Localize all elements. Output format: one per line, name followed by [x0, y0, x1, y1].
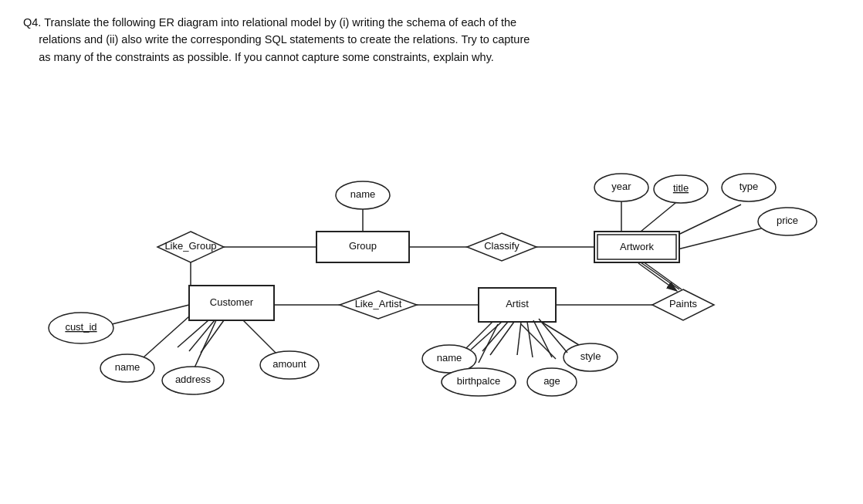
label-group-name: name [350, 189, 376, 201]
svg-line-25 [189, 320, 215, 351]
question-text: Q4. Translate the following ER diagram i… [23, 14, 840, 66]
label-style: style [580, 351, 601, 363]
svg-line-31 [527, 322, 533, 357]
svg-line-17 [463, 320, 494, 351]
label-paints: Paints [669, 299, 698, 310]
label-like-group: Like_Group [164, 241, 216, 252]
label-amount: amount [272, 359, 306, 370]
label-artist-name: name [437, 353, 462, 364]
svg-line-22 [638, 263, 677, 291]
svg-line-18 [479, 324, 498, 363]
er-diagram: Customer Group Artwork Artist Like_Group… [23, 73, 841, 405]
label-age: age [543, 376, 560, 387]
svg-line-15 [641, 262, 679, 289]
svg-line-26 [201, 320, 224, 353]
label-price: price [777, 215, 798, 227]
label-customer: Customer [210, 297, 254, 309]
svg-line-23 [643, 262, 682, 289]
label-artist: Artist [506, 299, 529, 310]
label-title: title [673, 183, 689, 194]
label-customer-name: name [115, 362, 140, 374]
label-birthplace: birthpalce [457, 376, 500, 387]
label-artwork: Artwork [620, 242, 655, 253]
svg-line-12 [641, 203, 675, 232]
svg-line-30 [517, 322, 521, 355]
label-type: type [739, 181, 759, 193]
label-group: Group [349, 241, 377, 252]
label-classify: Classify [484, 241, 519, 252]
label-like-artist: Like_Artist [355, 299, 402, 310]
label-cust-id: cust_id [65, 322, 96, 333]
label-address: address [175, 374, 212, 386]
label-year: year [611, 181, 631, 193]
svg-line-1 [137, 316, 189, 363]
